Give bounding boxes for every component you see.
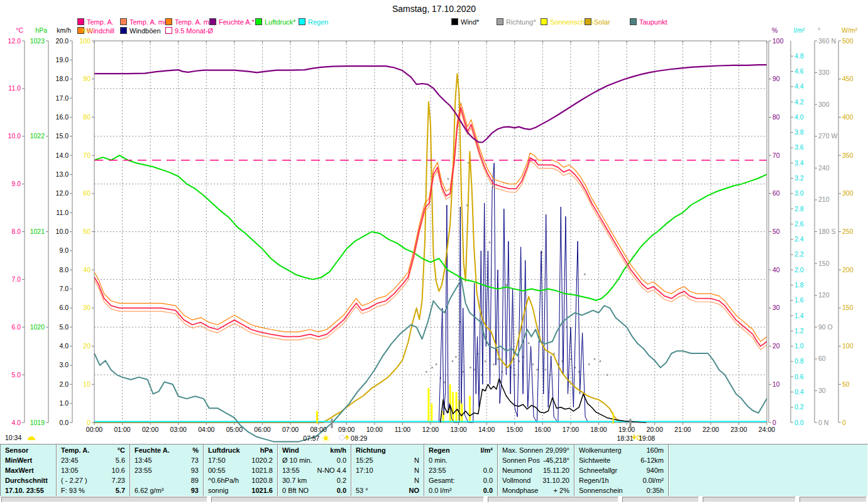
axis-tick-label-kmh: 2.0 xyxy=(59,380,69,388)
axis-tick-label-min: 50 xyxy=(83,228,91,235)
series-richtung-dot xyxy=(462,371,464,373)
table-cell: 10.6 xyxy=(112,465,125,475)
axis-tick-label-lm2: 1.4 xyxy=(794,312,804,319)
axis-tick-label-min: 30 xyxy=(83,304,91,311)
axis-tick-label-deg: 300 xyxy=(818,101,830,108)
table-cell: 13:45 xyxy=(135,455,152,465)
series-richtung-dot xyxy=(594,358,596,360)
table-cell: 17:10 xyxy=(356,465,373,475)
table-row: 0.0 l/m²0.0 xyxy=(424,485,497,495)
axis-tick-label-wm2: 100 xyxy=(842,342,854,350)
table-column: Richtung15:25N17:10NN53 °NO xyxy=(351,445,424,496)
sunrise-icon xyxy=(339,435,349,440)
table-cell: + 2% xyxy=(554,485,569,495)
table-cell: 160m xyxy=(646,445,664,455)
table-cell: 53 ° xyxy=(356,485,368,495)
table-row: Sensor xyxy=(1,445,56,455)
axis-tick-label-lm2: 2.4 xyxy=(794,235,804,243)
status-bar-segment xyxy=(1,497,207,502)
axis-tick-label-kmh: 19.0 xyxy=(56,56,69,64)
table-row: 23:455.6 xyxy=(57,455,129,465)
series-richtung-dot xyxy=(584,274,586,275)
series-sonnenschein-bar xyxy=(456,392,458,423)
table-cell: Sensor xyxy=(5,445,28,455)
table-cell: 0.0l/m² xyxy=(642,475,664,485)
sun-icon xyxy=(322,434,329,442)
table-row: N xyxy=(351,475,424,485)
x-tick-label: 00:00 xyxy=(86,426,102,433)
table-cell: MaxWert xyxy=(5,465,34,475)
axis-tick-label-kmh: 6.0 xyxy=(59,304,69,311)
axis-tick-label-kmh: 15.0 xyxy=(56,132,69,140)
moon-time-label: 10:34 xyxy=(5,434,21,441)
table-column: Windkm/hØ 10 min.0.013:55N-NO 4.430.7 km… xyxy=(277,445,351,496)
table-cell: 29,099° xyxy=(546,445,569,455)
table-cell: 17.10. 23:55 xyxy=(5,485,44,495)
x-tick-label: 13:00 xyxy=(450,426,466,433)
table-cell: 17:50 xyxy=(208,455,226,465)
table-cell: 23:45 xyxy=(61,455,79,465)
table-filler xyxy=(668,445,867,496)
table-cell: 0.0 xyxy=(483,465,493,475)
table-row: Richtung xyxy=(351,445,424,455)
axis-tick-label-kmh: 9.0 xyxy=(59,246,69,254)
weather-app-window: Samstag, 17.10.2020 Temp. A.Temp. A. min… xyxy=(0,0,868,503)
axis-unit-min: min xyxy=(82,26,93,34)
table-cell: 73 xyxy=(191,455,199,465)
axis-tick-label-min: 100 xyxy=(79,37,91,45)
table-column: SensorMinWertMaxWertDurchschnitt17.10. 2… xyxy=(1,445,56,496)
table-cell: 15.11.20 xyxy=(543,465,569,475)
x-tick-label: 12:00 xyxy=(422,426,439,433)
series-richtung-dot xyxy=(470,367,471,368)
axis-tick-label-kmh: 10.0 xyxy=(56,228,69,235)
table-cell: N xyxy=(414,475,419,485)
axis-tick-label-pct: 40 xyxy=(772,266,780,274)
table-row: 0 min. xyxy=(424,455,497,465)
table-cell: 940m xyxy=(646,465,664,475)
table-cell: hPa xyxy=(260,445,273,455)
status-bar xyxy=(0,497,868,503)
table-column: Max. Sonnen29,099°Sonnen Pos-45,218°Neum… xyxy=(497,445,574,496)
axis-tick-label-lm2: 0.6 xyxy=(794,373,804,380)
x-tick-label: 16:00 xyxy=(534,426,551,433)
axis-tick-label-C: 11.0 xyxy=(8,84,21,92)
axis-tick-label-lm2: 0.4 xyxy=(794,388,804,395)
table-column: Wolkenunterg160mSichtweite6-12kmSchneefa… xyxy=(574,445,668,496)
table-cell: Wind xyxy=(282,445,299,455)
axis-tick-label-min: 10 xyxy=(83,380,91,388)
axis-tick-label-pct: 30 xyxy=(772,304,780,311)
axis-tick-label-deg: 270 W xyxy=(818,132,837,140)
table-row: Windkm/h xyxy=(278,445,351,455)
series-richtung-dot xyxy=(505,284,507,286)
axis-tick-label-kmh: 0.0 xyxy=(59,419,69,426)
axis-tick-label-wm2: 250 xyxy=(842,228,854,235)
status-bar-segment xyxy=(488,497,618,502)
axis-tick-label-hPa: 1019 xyxy=(30,419,45,426)
table-cell: 0.2 xyxy=(337,475,346,485)
table-row: 13:0510.6 xyxy=(57,465,129,475)
axis-tick-label-lm2: 4.4 xyxy=(794,82,804,90)
table-row: 23:5593 xyxy=(130,465,203,475)
table-row: Mondphase+ 2% xyxy=(498,485,574,495)
table-column: Temp. A.°C23:455.613:0510.6( - 2.27 )7.2… xyxy=(56,445,129,496)
table-cell: 0 Bft NO xyxy=(282,485,309,495)
axis-tick-label-pct: 100 xyxy=(772,37,784,45)
axis-tick-label-lm2: 3.0 xyxy=(794,189,804,197)
axis-tick-label-kmh: 5.0 xyxy=(59,323,69,331)
axis-tick-label-wm2: 150 xyxy=(842,304,854,311)
moon-icon xyxy=(28,436,35,440)
table-cell: Wolkenunterg xyxy=(579,445,622,455)
series-richtung-dot xyxy=(607,374,608,376)
axis-tick-label-deg: 0 N xyxy=(818,419,828,426)
series-richtung-dot xyxy=(545,369,547,371)
axis-tick-label-deg: 30 xyxy=(818,387,826,394)
table-cell: 5.6 xyxy=(116,455,125,465)
axis-unit-lm2: l/m² xyxy=(794,26,805,34)
table-cell: 31.10.20 xyxy=(542,475,569,485)
status-bar-segment xyxy=(622,497,699,502)
status-bar-segment xyxy=(703,497,796,502)
axis-tick-label-pct: 90 xyxy=(772,75,780,82)
axis-tick-label-min: 70 xyxy=(83,152,91,159)
axis-tick-label-lm2: 1.8 xyxy=(794,281,804,289)
table-row: Sonnen Pos-45,218° xyxy=(498,455,574,465)
